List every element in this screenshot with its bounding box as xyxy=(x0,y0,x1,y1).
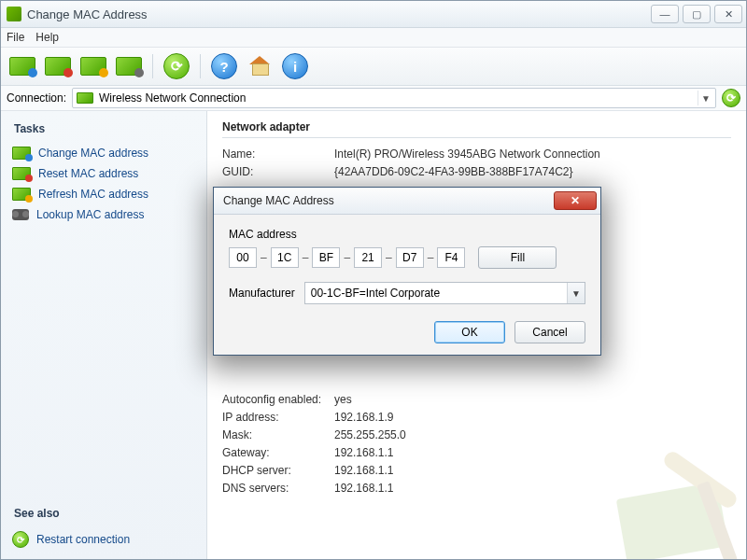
mac-address-row: – – – – – Fill xyxy=(229,246,585,269)
manufacturer-row: Manufacturer 00-1C-BF=Intel Corporate ▼ xyxy=(229,282,585,304)
dash: – xyxy=(386,251,392,264)
dns-label: DNS servers: xyxy=(222,482,334,495)
nic-reset-icon xyxy=(45,57,71,76)
tb-lookup-mac-button[interactable] xyxy=(113,51,145,81)
minimize-button[interactable]: — xyxy=(651,5,679,23)
tb-about-button[interactable]: i xyxy=(279,51,311,81)
connection-value: Wireless Network Connection xyxy=(99,91,246,105)
row-name: Name: Intel(R) PRO/Wireless 3945ABG Netw… xyxy=(222,147,731,161)
nic-change-icon xyxy=(12,147,31,160)
dash: – xyxy=(344,251,350,264)
row-gateway: Gateway: 192.168.1.1 xyxy=(222,446,731,459)
menu-help[interactable]: Help xyxy=(35,31,59,44)
task-label: Restart connection xyxy=(36,533,130,546)
nic-reset-icon xyxy=(12,167,31,180)
tasks-header: Tasks xyxy=(14,122,197,135)
chevron-down-icon: ▼ xyxy=(698,91,713,105)
tb-help-button[interactable]: ? xyxy=(208,51,240,81)
tb-home-button[interactable] xyxy=(244,51,275,81)
background-decoration xyxy=(621,462,746,559)
dash: – xyxy=(261,251,267,264)
info-icon: i xyxy=(282,53,308,79)
ip-value: 192.168.1.9 xyxy=(334,411,393,424)
autoconfig-label: Autoconfig enabled: xyxy=(222,393,334,406)
connection-label: Connection: xyxy=(7,91,66,105)
refresh-icon: ⟳ xyxy=(722,89,740,107)
toolbar-separator xyxy=(200,54,201,78)
task-reset-mac[interactable]: Reset MAC address xyxy=(10,163,197,184)
side-pane: Tasks Change MAC address Reset MAC addre… xyxy=(1,111,207,559)
home-icon xyxy=(249,57,270,76)
mac-octet-5[interactable] xyxy=(396,247,424,268)
see-also-header: See also xyxy=(14,507,197,520)
menubar: File Help xyxy=(1,28,746,48)
task-label: Lookup MAC address xyxy=(36,208,144,221)
dialog-close-button[interactable]: ✕ xyxy=(554,191,597,210)
app-icon xyxy=(7,7,21,21)
manufacturer-label: Manufacturer xyxy=(229,287,295,300)
close-button[interactable]: ✕ xyxy=(714,5,742,23)
task-change-mac[interactable]: Change MAC address xyxy=(10,143,197,163)
section-title: Network adapter xyxy=(222,120,731,133)
row-autoconfig: Autoconfig enabled: yes xyxy=(222,393,731,406)
tb-reset-mac-button[interactable] xyxy=(42,51,74,81)
binoculars-icon xyxy=(12,209,29,220)
connection-bar: Connection: Wireless Network Connection … xyxy=(1,86,746,111)
guid-label: GUID: xyxy=(222,165,334,178)
nic-refresh-icon xyxy=(12,188,31,201)
name-label: Name: xyxy=(222,147,334,161)
ok-button[interactable]: OK xyxy=(434,321,505,343)
cancel-button[interactable]: Cancel xyxy=(514,321,585,343)
nic-mini-icon xyxy=(77,92,93,104)
fill-button[interactable]: Fill xyxy=(478,246,557,269)
tb-refresh-mac-button[interactable] xyxy=(78,51,109,81)
section-divider xyxy=(222,137,731,138)
connection-refresh-button[interactable]: ⟳ xyxy=(722,89,740,107)
task-restart-connection[interactable]: ⟳ Restart connection xyxy=(10,527,197,552)
dash: – xyxy=(428,251,434,264)
manufacturer-value: 00-1C-BF=Intel Corporate xyxy=(311,287,440,300)
mac-octet-2[interactable] xyxy=(271,247,299,268)
mac-octet-4[interactable] xyxy=(354,247,382,268)
row-mask: Mask: 255.255.255.0 xyxy=(222,428,731,441)
chevron-down-icon: ▼ xyxy=(567,283,585,303)
dash: – xyxy=(303,251,309,264)
autoconfig-value: yes xyxy=(334,393,352,406)
mac-octet-3[interactable] xyxy=(312,247,340,268)
task-lookup-mac[interactable]: Lookup MAC address xyxy=(10,204,197,225)
dialog-body: MAC address – – – – – Fill Manufacturer … xyxy=(214,215,600,355)
refresh-icon: ⟳ xyxy=(163,53,190,79)
gateway-label: Gateway: xyxy=(222,446,334,459)
mac-octet-1[interactable] xyxy=(229,247,257,268)
dialog-titlebar: Change MAC Address ✕ xyxy=(214,188,600,215)
nic-refresh-icon xyxy=(80,57,106,76)
guid-value: {42AA7DD6-09C2-4FA3-99BB-388BF17A74C2} xyxy=(334,165,573,178)
dialog-buttons: OK Cancel xyxy=(229,321,585,343)
window-title: Change MAC Address xyxy=(27,7,647,21)
connection-combo[interactable]: Wireless Network Connection ▼ xyxy=(72,88,716,108)
task-label: Reset MAC address xyxy=(38,167,138,180)
nic-change-icon xyxy=(9,57,35,76)
row-guid: GUID: {42AA7DD6-09C2-4FA3-99BB-388BF17A7… xyxy=(222,165,731,178)
menu-file[interactable]: File xyxy=(7,31,24,44)
toolbar-separator xyxy=(152,54,153,78)
mask-label: Mask: xyxy=(222,428,334,441)
mac-octet-6[interactable] xyxy=(437,247,465,268)
titlebar: Change MAC Address — ▢ ✕ xyxy=(1,1,746,28)
tb-refresh-button[interactable]: ⟳ xyxy=(161,51,192,81)
ip-label: IP address: xyxy=(222,411,334,424)
dns-value: 192.168.1.1 xyxy=(334,482,393,495)
refresh-icon: ⟳ xyxy=(12,531,29,548)
tb-change-mac-button[interactable] xyxy=(7,51,38,81)
dhcp-label: DHCP server: xyxy=(222,464,334,477)
task-label: Refresh MAC address xyxy=(38,188,148,201)
dhcp-value: 192.168.1.1 xyxy=(334,464,393,477)
name-value: Intel(R) PRO/Wireless 3945ABG Network Co… xyxy=(334,147,600,161)
row-ip: IP address: 192.168.1.9 xyxy=(222,411,731,424)
task-refresh-mac[interactable]: Refresh MAC address xyxy=(10,184,197,204)
help-icon: ? xyxy=(211,53,237,79)
mask-value: 255.255.255.0 xyxy=(334,428,406,441)
maximize-button[interactable]: ▢ xyxy=(683,5,711,23)
manufacturer-combo[interactable]: 00-1C-BF=Intel Corporate ▼ xyxy=(304,282,585,304)
gateway-value: 192.168.1.1 xyxy=(334,446,393,459)
